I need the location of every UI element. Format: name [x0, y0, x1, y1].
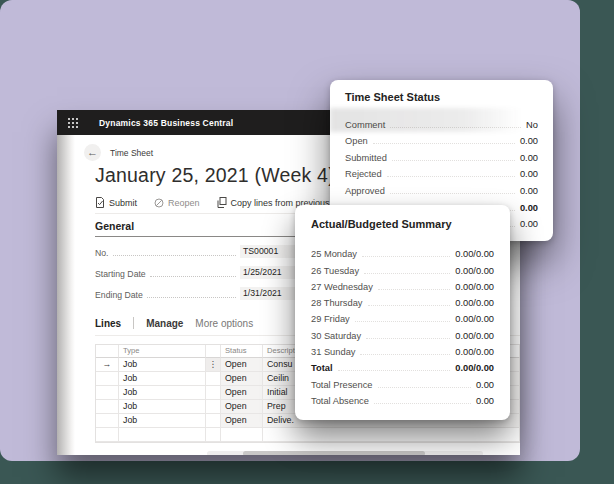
- reopen-button[interactable]: Reopen: [154, 198, 200, 208]
- summary-row-tuesday: 26 Tuesday 0.00/0.00: [311, 259, 494, 275]
- cell-type[interactable]: Job: [119, 358, 206, 372]
- summary-row-wednesday: 27 Wednesday 0.00/0.00: [311, 276, 494, 292]
- submit-icon: [95, 197, 105, 208]
- tab-more-options[interactable]: More options: [195, 318, 253, 329]
- summary-row-saturday: 30 Saturday 0.00/0.00: [311, 324, 494, 340]
- desktop-background: Dynamics 365 Business Central ← Time She…: [0, 0, 614, 484]
- summary-row-friday: 29 Friday 0.00/0.00: [311, 308, 494, 324]
- status-row-comment: Comment No: [345, 113, 538, 130]
- page-caption: Time Sheet: [110, 148, 153, 158]
- summary-row-sunday: 31 Sunday 0.00/0.00: [311, 341, 494, 357]
- row-menu-icon[interactable]: ⋮: [206, 358, 221, 372]
- summary-panel-title: Actual/Budgeted Summary: [311, 218, 494, 230]
- field-no: No. TS00001: [95, 245, 312, 258]
- field-ending-date: Ending Date 1/31/2021: [95, 287, 312, 300]
- status-panel-title: Time Sheet Status: [345, 91, 538, 103]
- tab-manage[interactable]: Manage: [146, 318, 183, 329]
- lines-toolbar: Lines Manage More options: [95, 317, 253, 329]
- status-row-submitted: Submitted 0.00: [345, 146, 538, 163]
- cell-type[interactable]: Job: [119, 372, 206, 386]
- general-heading: General: [95, 220, 312, 237]
- breadcrumb: ← Time Sheet: [84, 144, 153, 161]
- col-type[interactable]: Type: [119, 345, 206, 358]
- app-title: Dynamics 365 Business Central: [99, 118, 233, 128]
- cell-status[interactable]: Open: [221, 414, 263, 428]
- cell-type[interactable]: Job: [119, 414, 206, 428]
- summary-row-thursday: 28 Thursday 0.00/0.00: [311, 292, 494, 308]
- general-section: General No. TS00001 Starting Date 1/25/2…: [95, 220, 312, 300]
- col-menu: [206, 345, 221, 358]
- cell-status[interactable]: Open: [221, 358, 263, 372]
- cell-status[interactable]: Open: [221, 372, 263, 386]
- cell-type[interactable]: Job: [119, 400, 206, 414]
- page-title: January 25, 2021 (Week 4): [95, 164, 335, 187]
- field-starting-date: Starting Date 1/25/2021: [95, 266, 312, 279]
- tab-separator: [133, 317, 134, 329]
- left-edge-shadow: [57, 135, 75, 455]
- reopen-icon: [154, 198, 164, 208]
- cell-status[interactable]: Open: [221, 386, 263, 400]
- horizontal-scrollbar-thumb[interactable]: [243, 451, 425, 455]
- status-row-rejected: Rejected 0.00: [345, 163, 538, 180]
- submit-button[interactable]: Submit: [95, 197, 137, 208]
- col-selector: [96, 345, 119, 358]
- row-selector-arrow-icon: →: [96, 358, 119, 372]
- summary-row-total-presence: Total Presence 0.00: [311, 373, 494, 389]
- back-button[interactable]: ←: [84, 144, 101, 161]
- status-row-approved: Approved 0.00: [345, 179, 538, 196]
- cell-type[interactable]: Job: [119, 386, 206, 400]
- status-row-open: Open 0.00: [345, 130, 538, 147]
- app-launcher-icon[interactable]: [67, 117, 79, 129]
- summary-row-total-absence: Total Absence 0.00: [311, 390, 494, 406]
- tab-lines[interactable]: Lines: [95, 318, 121, 329]
- col-status[interactable]: Status: [221, 345, 263, 358]
- summary-row-monday: 25 Monday 0.00/0.00: [311, 243, 494, 259]
- cell-status[interactable]: Open: [221, 400, 263, 414]
- actual-budgeted-summary-panel: Actual/Budgeted Summary 25 Monday 0.00/0…: [295, 205, 510, 420]
- summary-row-total: Total 0.00/0.00: [311, 357, 494, 373]
- empty-row-cell[interactable]: [119, 428, 206, 442]
- copy-icon: [217, 197, 227, 208]
